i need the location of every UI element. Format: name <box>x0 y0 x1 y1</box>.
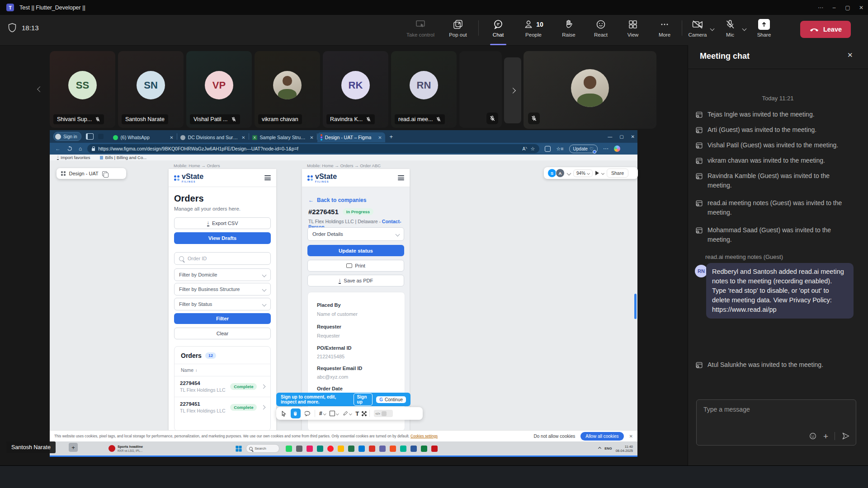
filter-button[interactable]: Filter <box>174 313 271 324</box>
allow-cookies-button[interactable]: Allow all cookies <box>580 432 623 441</box>
app-icon[interactable] <box>421 446 427 452</box>
collaborator-avatar[interactable]: A <box>556 169 565 178</box>
chat-close-icon[interactable]: ✕ <box>847 51 853 59</box>
raise-hand-button[interactable]: Raise <box>553 15 585 45</box>
order-row[interactable]: 2279451 TL Flex Holdings LLC Complete <box>180 401 265 413</box>
favorite-item[interactable]: Bills | Billing and Co... <box>100 155 146 160</box>
figma-file-menu[interactable]: Design - UAT <box>57 168 126 179</box>
app-icon[interactable] <box>359 446 365 452</box>
previous-participants-chevron[interactable] <box>37 86 43 92</box>
figma-share-button[interactable]: Share <box>607 169 628 178</box>
remote-search-box[interactable]: Search <box>246 444 279 453</box>
tab-close-icon[interactable]: ✕ <box>170 135 173 140</box>
chat-button[interactable]: Chat <box>482 15 514 45</box>
frame-tool-icon[interactable]: # <box>319 410 326 417</box>
read-aloud-icon[interactable]: Aᐠ <box>522 146 527 151</box>
google-continue-button[interactable]: G Continue <box>376 396 406 403</box>
browser-tab-excel[interactable]: X Sample Salary Structure with calc✕ <box>249 132 317 142</box>
window-minimize-button[interactable]: – <box>827 0 841 15</box>
participant-tile[interactable]: SN Santosh Narate <box>118 51 184 128</box>
frame-label-order-detail[interactable]: Mobile: Home → Orders → Order ABC <box>307 163 381 168</box>
chevron-down-icon[interactable] <box>567 171 571 175</box>
order-details-dropdown[interactable]: Order Details <box>307 227 404 241</box>
camera-options-chevron[interactable] <box>710 27 715 31</box>
extensions-icon[interactable] <box>545 146 551 152</box>
chevron-down-icon[interactable] <box>601 171 604 174</box>
workspaces-icon[interactable] <box>98 134 104 139</box>
participant-tile[interactable]: vikram chavan <box>255 51 320 128</box>
browser-settings-icon[interactable]: ⋯ <box>603 145 609 152</box>
canvas-scrollbar[interactable] <box>634 294 637 319</box>
people-button[interactable]: 10 People <box>514 15 553 45</box>
app-icon[interactable] <box>286 446 292 452</box>
hamburger-menu-icon[interactable] <box>398 175 404 180</box>
browser-tab-figma-active[interactable]: Design - UAT – Figma✕ <box>317 132 385 142</box>
browser-maximize-button[interactable]: ▢ <box>619 134 623 139</box>
cookie-settings-link[interactable]: Cookies settings <box>410 434 438 438</box>
back-to-companies-link[interactable]: ←Back to companies <box>308 197 366 203</box>
participant-tile[interactable]: RN read.ai mee... <box>391 51 457 128</box>
app-icon[interactable] <box>410 446 417 452</box>
hamburger-menu-icon[interactable] <box>264 175 271 180</box>
figma-frame-orders[interactable]: vStateFILINGS Orders Manage all your ord… <box>169 169 276 430</box>
column-header-name[interactable]: Name↓ <box>181 367 264 373</box>
figma-frame-order-detail[interactable]: vStateFILINGS ←Back to companies #227645… <box>302 169 410 430</box>
leave-button[interactable]: Leave <box>800 21 851 38</box>
app-icon[interactable] <box>296 446 302 452</box>
order-row[interactable]: 2279454 TL Flex Holdings LLC Complete <box>180 380 265 393</box>
app-icon[interactable] <box>390 446 396 452</box>
spotlight-participant-tile[interactable] <box>524 51 656 129</box>
remote-news-widget[interactable]: Sports headline KKR vs LSG, IPL... <box>108 445 143 452</box>
present-icon[interactable] <box>595 171 599 175</box>
export-csv-button[interactable]: ↓Export CSV <box>174 217 271 229</box>
pop-out-button[interactable]: Pop out <box>441 15 475 45</box>
app-icon[interactable] <box>400 446 406 452</box>
window-close-button[interactable]: ✕ <box>854 0 868 15</box>
save-as-pdf-button[interactable]: ↓Save as PDF <box>307 275 404 286</box>
browser-minimize-button[interactable]: — <box>608 134 612 139</box>
app-icon[interactable] <box>317 446 323 452</box>
frame-label-orders[interactable]: Mobile: Home → Orders <box>174 163 220 168</box>
duplicate-icon[interactable] <box>102 171 107 176</box>
expand-plus-button[interactable]: + <box>69 443 78 452</box>
window-more-icon[interactable]: ⋯ <box>814 0 827 15</box>
tab-close-icon[interactable]: ✕ <box>310 135 313 140</box>
collaborator-avatar[interactable]: S <box>547 169 557 178</box>
zoom-dropdown[interactable]: 94% <box>573 169 593 177</box>
tab-close-icon[interactable]: ✕ <box>378 135 382 140</box>
attach-plus-icon[interactable]: + <box>823 432 828 441</box>
participant-tile[interactable]: VP Vishal Patil ... <box>186 51 252 128</box>
window-maximize-button[interactable]: ▢ <box>841 0 854 15</box>
filter-status-dropdown[interactable]: Filter by Status <box>174 298 271 310</box>
view-drafts-button[interactable]: View Drafts <box>174 232 271 244</box>
print-button[interactable]: Print <box>307 260 404 272</box>
app-icon[interactable] <box>327 446 334 452</box>
emoji-icon[interactable] <box>809 432 817 440</box>
vertical-tabs-icon[interactable] <box>86 133 94 140</box>
share-button[interactable]: Share <box>751 15 777 45</box>
filter-domicile-dropdown[interactable]: Filter by Domicile <box>174 268 271 281</box>
app-icon[interactable] <box>307 446 313 452</box>
chat-composer[interactable]: Type a message + <box>696 399 856 446</box>
pen-tool-icon[interactable] <box>343 411 352 416</box>
remote-start-button[interactable] <box>236 446 242 451</box>
address-bar[interactable]: https://www.figma.com/design/9BKQ0FOHRWa… <box>87 144 539 153</box>
favorite-item[interactable]: ↓Import favorites <box>57 155 90 160</box>
app-icon[interactable] <box>338 446 344 452</box>
more-button[interactable]: More <box>649 15 680 45</box>
home-icon[interactable]: ⌂ <box>79 145 82 152</box>
favorite-star-icon[interactable]: ☆ <box>530 146 535 152</box>
deny-cookies-button[interactable]: Do not allow cookies <box>534 434 576 439</box>
comment-tool-icon[interactable] <box>305 411 311 417</box>
browser-tab-whatsapp[interactable]: (6) WhatsApp✕ <box>110 132 177 142</box>
hand-tool-icon-active[interactable] <box>291 408 301 418</box>
tab-close-icon[interactable]: ✕ <box>241 135 245 140</box>
order-id-search-input[interactable]: Order ID <box>174 252 271 265</box>
update-status-button[interactable]: Update status <box>307 245 404 256</box>
send-icon[interactable] <box>841 432 850 441</box>
view-button[interactable]: View <box>617 15 649 45</box>
clear-button[interactable]: Clear <box>174 328 271 339</box>
dev-mode-toggle[interactable]: </> <box>374 410 393 417</box>
participant-tile-overflow[interactable] <box>459 51 502 128</box>
tray-expand-icon[interactable] <box>598 447 601 450</box>
